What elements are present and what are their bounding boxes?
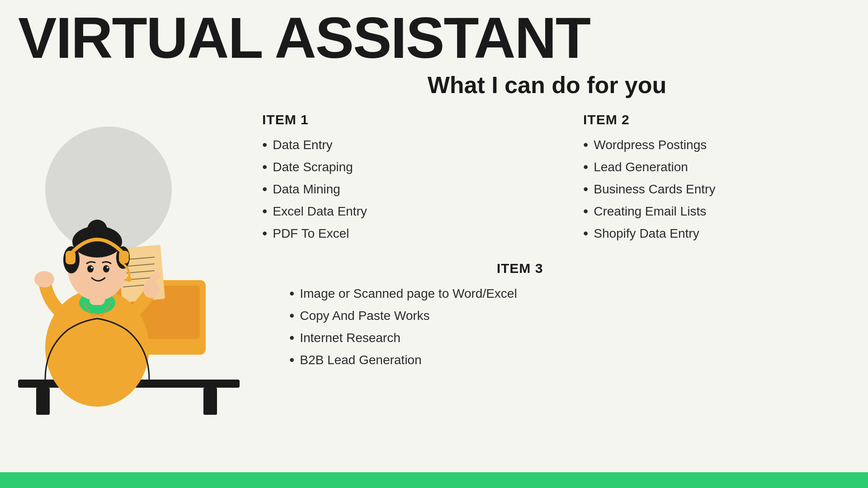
- list-item: Data Entry: [262, 136, 547, 153]
- svg-point-28: [103, 265, 109, 272]
- item1-list: Data Entry Date Scraping Data Mining Exc…: [262, 136, 547, 242]
- person-illustration: [9, 108, 244, 434]
- list-item: Creating Email Lists: [583, 203, 868, 220]
- illustration-area: [0, 90, 253, 452]
- list-item: Wordpress Postings: [583, 136, 868, 153]
- list-item: Lead Generation: [583, 159, 868, 175]
- list-item: Shopify Data Entry: [583, 225, 868, 242]
- item1-section: ITEM 1 Data Entry Date Scraping Data Min…: [262, 112, 547, 247]
- svg-point-26: [126, 277, 132, 282]
- item1-heading: ITEM 1: [262, 112, 547, 127]
- svg-point-29: [91, 267, 93, 268]
- item2-heading: ITEM 2: [583, 112, 868, 127]
- bottom-bar: [0, 472, 868, 488]
- list-item: Business Cards Entry: [583, 181, 868, 197]
- svg-point-32: [34, 271, 54, 287]
- list-item: B2B Lead Generation: [289, 352, 868, 368]
- svg-rect-25: [119, 251, 129, 263]
- item3-section: ITEM 3 Image or Scanned page to Word/Exc…: [262, 261, 868, 368]
- content-area: ITEM 1 Data Entry Date Scraping Data Min…: [262, 112, 868, 247]
- list-item: Excel Data Entry: [262, 203, 547, 220]
- list-item: PDF To Excel: [262, 225, 547, 242]
- list-item: Image or Scanned page to Word/Excel: [289, 285, 868, 302]
- item2-list: Wordpress Postings Lead Generation Busin…: [583, 136, 868, 242]
- main-title: VIRTUAL ASSISTANT: [0, 0, 868, 67]
- list-item: Copy And Paste Works: [289, 307, 868, 324]
- svg-rect-24: [66, 251, 75, 264]
- list-item: Internet Research: [289, 329, 868, 346]
- item2-section: ITEM 2 Wordpress Postings Lead Generatio…: [583, 112, 868, 247]
- item3-list: Image or Scanned page to Word/Excel Copy…: [262, 285, 868, 368]
- svg-rect-2: [203, 388, 217, 415]
- svg-point-30: [107, 267, 108, 268]
- svg-point-21: [87, 220, 107, 239]
- list-item: Data Mining: [262, 181, 547, 197]
- svg-point-27: [87, 265, 94, 272]
- item3-heading: ITEM 3: [262, 261, 778, 276]
- list-item: Date Scraping: [262, 159, 547, 175]
- svg-rect-1: [36, 388, 50, 415]
- subtitle: What I can do for you: [226, 71, 868, 99]
